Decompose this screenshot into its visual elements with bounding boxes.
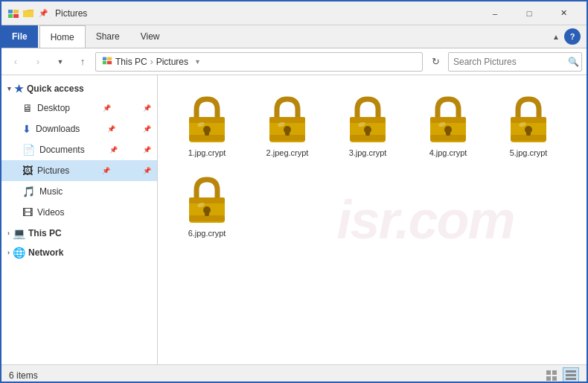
refresh-button[interactable]: ↻ [426, 52, 445, 72]
pictures-icon: 🖼 [22, 165, 33, 177]
folder-icon-title [22, 7, 34, 19]
svg-rect-6 [103, 61, 106, 64]
svg-rect-24 [365, 130, 370, 136]
this-pc-icon: 💻 [13, 227, 25, 239]
documents-icon: 📄 [22, 144, 35, 156]
ribbon-tab-bar: File Home Share View ▲ ? [1, 25, 587, 48]
back-button[interactable]: ‹ [6, 52, 25, 72]
ribbon: File Home Share View ▲ ? [1, 25, 587, 48]
sidebar-header-quick-access[interactable]: ▾ ★ Quick access [1, 80, 157, 98]
search-box[interactable]: 🔍 [448, 52, 582, 72]
view-toggle-buttons [543, 367, 579, 384]
file-name: 2.jpeg.crypt [266, 148, 309, 157]
svg-rect-47 [552, 376, 557, 381]
desktop-icon: 🖥 [22, 102, 33, 114]
sidebar-item-desktop[interactable]: 🖥 Desktop 📌 [1, 98, 157, 118]
svg-rect-33 [511, 117, 546, 123]
this-pc-label: This PC [28, 228, 62, 238]
addressbar: ‹ › ▼ ↑ This PC › Pictures ▼ ↻ 🔍 [1, 48, 587, 75]
path-separator-1: › [150, 57, 153, 67]
file-content-area: isr.com 1.jpg.crypt [158, 75, 587, 364]
titlebar: 📌 Pictures – □ ✕ [1, 1, 587, 25]
svg-rect-4 [103, 57, 106, 60]
svg-rect-22 [350, 135, 386, 141]
file-name: 5.jpg.crypt [510, 148, 548, 157]
quick-access-label: Quick access [27, 83, 84, 94]
sidebar-header-this-pc[interactable]: › 💻 This PC [1, 224, 157, 242]
tab-file[interactable]: File [1, 25, 38, 48]
sidebar-header-network[interactable]: › 🌐 Network [1, 244, 157, 262]
list-item[interactable]: 5.jpg.crypt [491, 87, 566, 162]
svg-rect-28 [430, 135, 466, 141]
list-item[interactable]: 3.jpg.crypt [330, 87, 405, 162]
svg-rect-27 [430, 117, 466, 123]
path-pictures[interactable]: Pictures [156, 57, 188, 67]
maximize-button[interactable]: □ [512, 1, 546, 25]
chevron-right-icon: › [7, 230, 10, 237]
pin-icon: 📌 [103, 104, 111, 112]
file-name: 4.jpg.crypt [429, 148, 467, 157]
list-item[interactable]: 2.jpeg.crypt [250, 87, 325, 162]
window-controls: – □ ✕ [478, 1, 581, 25]
search-icon: 🔍 [568, 57, 579, 67]
dropdown-button[interactable]: ▼ [51, 52, 70, 72]
forward-button[interactable]: › [28, 52, 48, 72]
window-title: Pictures [55, 8, 478, 19]
svg-rect-0 [8, 10, 13, 13]
path-dropdown-arrow[interactable]: ▼ [194, 58, 201, 66]
svg-rect-42 [205, 210, 209, 216]
svg-rect-16 [269, 135, 305, 141]
path-icon [102, 55, 112, 68]
list-item[interactable]: 1.jpg.crypt [170, 87, 244, 162]
large-icon-view-button[interactable] [563, 367, 579, 384]
sidebar-item-videos[interactable]: 🎞 Videos [1, 202, 157, 223]
svg-rect-48 [566, 370, 576, 373]
svg-rect-2 [8, 14, 13, 18]
videos-label: Videos [37, 207, 64, 218]
pin-icon-title: 📌 [37, 7, 49, 19]
chevron-down-icon: ▾ [7, 85, 11, 92]
downloads-icon: ⬇ [22, 123, 31, 135]
quick-access-star-icon: ★ [14, 83, 24, 95]
help-button[interactable]: ? [564, 28, 581, 45]
network-label: Network [28, 247, 63, 258]
tab-view[interactable]: View [130, 25, 170, 48]
tab-home[interactable]: Home [39, 25, 86, 48]
titlebar-app-icons: 📌 [7, 7, 49, 19]
sidebar-section-quick-access: ▾ ★ Quick access 🖥 Desktop 📌 ⬇ Downloads… [1, 80, 157, 223]
file-name: 1.jpg.crypt [188, 148, 226, 157]
list-item[interactable]: 6.jpg.crypt [170, 168, 244, 242]
search-input[interactable] [453, 57, 565, 67]
pictures-label: Pictures [37, 165, 69, 176]
sidebar-item-documents[interactable]: 📄 Documents 📌 [1, 139, 157, 160]
list-item[interactable]: 4.jpg.crypt [411, 87, 485, 162]
svg-rect-49 [566, 374, 576, 376]
svg-rect-9 [189, 117, 225, 123]
ribbon-collapse-button[interactable]: ▲ [548, 28, 564, 45]
app-icon [7, 7, 19, 19]
file-name: 6.jpg.crypt [188, 229, 226, 238]
list-view-button[interactable] [543, 367, 560, 384]
sidebar-item-downloads[interactable]: ⬇ Downloads 📌 [1, 118, 157, 139]
minimize-button[interactable]: – [478, 1, 512, 25]
main-area: ▾ ★ Quick access 🖥 Desktop 📌 ⬇ Downloads… [1, 75, 587, 364]
svg-rect-36 [526, 130, 531, 136]
up-button[interactable]: ↑ [73, 52, 92, 72]
sidebar-item-music[interactable]: 🎵 Music [1, 181, 157, 202]
downloads-label: Downloads [36, 124, 80, 134]
sidebar: ▾ ★ Quick access 🖥 Desktop 📌 ⬇ Downloads… [1, 75, 158, 364]
address-path[interactable]: This PC › Pictures ▼ [95, 52, 423, 72]
path-this-pc[interactable]: This PC [115, 57, 147, 67]
svg-rect-18 [285, 130, 290, 136]
sidebar-item-pictures[interactable]: 🖼 Pictures 📌 [1, 160, 157, 181]
tab-share[interactable]: Share [86, 25, 130, 48]
svg-rect-10 [189, 135, 225, 141]
close-button[interactable]: ✕ [546, 1, 581, 25]
svg-rect-40 [189, 215, 225, 221]
statusbar: 6 items [1, 364, 587, 383]
item-count: 6 items [9, 370, 38, 381]
svg-rect-5 [107, 57, 112, 60]
ribbon-expander: ▲ ? [542, 25, 587, 48]
svg-rect-46 [546, 376, 551, 381]
file-name: 3.jpg.crypt [349, 148, 387, 157]
